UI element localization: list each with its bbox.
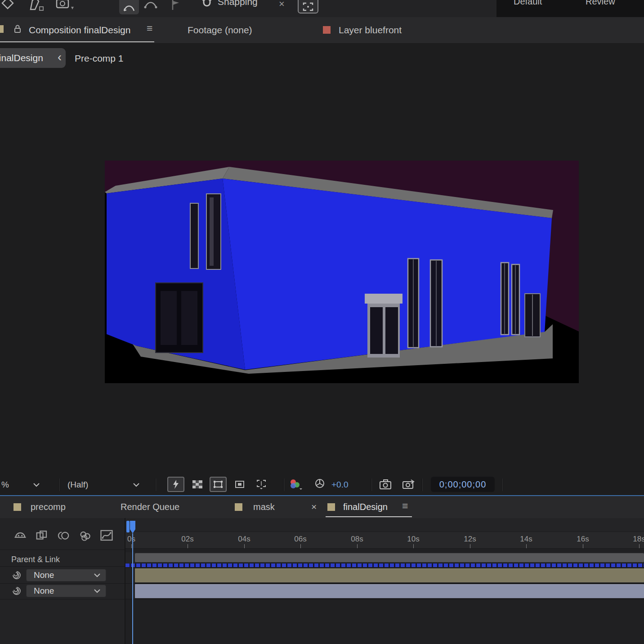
show-snapshot-button[interactable] [401,479,415,491]
breadcrumb: finalDesign ‹ Pre-comp 1 [0,43,644,71]
take-snapshot-button[interactable] [379,479,392,490]
snap-option-close-icon[interactable]: × [279,0,285,10]
layer-duration-bar-2[interactable] [135,584,644,598]
divider [501,479,502,491]
graph-editor-icon[interactable] [100,529,113,542]
ruler-tick [413,544,414,548]
pickwhip-icon[interactable] [12,570,22,580]
playhead-handle[interactable] [130,520,136,534]
ruler-tick [188,544,188,548]
tab-layer[interactable]: Layer bluefront [339,25,402,36]
workspace-default[interactable]: Default [514,0,542,7]
region-icon [235,480,245,488]
divider [0,599,125,599]
parent-value: None [34,570,54,580]
chevron-down-icon[interactable] [33,483,40,487]
frame-blending-icon[interactable] [35,529,49,542]
column-divider[interactable] [125,518,125,644]
composition-frame[interactable] [105,161,579,383]
rgb-channels-icon [289,479,304,491]
motion-blur-icon[interactable] [57,529,70,542]
timecode-value: 0;00;00;00 [439,479,487,490]
ruler-tick [526,544,527,548]
magnification-select[interactable]: % [1,480,9,490]
parent-dropdown-layer1[interactable]: None [26,569,106,581]
camera-tool-icon[interactable] [56,0,76,11]
channel-select-button[interactable] [289,479,304,491]
time-ruler[interactable]: 0s 02s 04s 06s 08s 10s 12s 14s 16s 18s [125,532,644,549]
flag-tool-icon[interactable] [170,0,182,11]
pan-tool-icon[interactable] [144,0,157,10]
tab-render-queue[interactable]: Render Queue [121,502,179,512]
divider [125,568,644,568]
transparency-grid-button[interactable] [189,477,206,492]
layer-duration-bar-1[interactable] [135,568,644,582]
window-streak [210,197,214,266]
ruler-label: 04s [238,535,250,544]
tab-footage[interactable]: Footage (none) [188,25,252,36]
parent-dropdown-layer2[interactable]: None [26,585,106,597]
ruler-label: 0s [127,535,135,544]
resolution-select[interactable]: (Half) [67,480,88,490]
chevron-down-icon [94,573,100,577]
playhead-line[interactable] [132,533,133,644]
panel-menu-icon[interactable]: ≡ [402,500,408,512]
snapping-icon[interactable] [201,0,213,11]
timeline-left-column: Parent & Link None None [0,518,125,644]
breadcrumb-parent-comp[interactable]: Pre-comp 1 [75,53,124,64]
chevron-down-icon [94,589,100,593]
close-tab-icon[interactable]: × [311,501,317,512]
workspace-bar: Default Review [496,0,644,17]
front-door-right [525,294,540,337]
current-time-field[interactable]: 0;00;00;00 [431,477,495,492]
comp-chip-icon [327,503,335,511]
snap-options-button[interactable] [298,0,318,13]
composition-canvas [105,161,579,383]
work-area-start-handle[interactable] [126,521,130,532]
tab-precomp[interactable]: precomp [31,502,66,512]
ruler-label: 16s [577,535,589,544]
work-area-strip[interactable] [125,518,644,532]
composition-viewer [0,71,644,474]
shy-icon[interactable] [13,529,27,542]
parent-link-header: Parent & Link [11,555,60,564]
orbit-tool-button[interactable] [119,0,139,14]
top-toolbar: Snapping × Default Review [0,0,644,18]
ruler-tick [639,544,640,548]
exposure-value[interactable]: +0.0 [331,480,349,490]
lock-icon[interactable] [13,24,22,34]
pickwhip-icon[interactable] [12,586,22,596]
ruler-label: 14s [520,535,532,544]
divider [0,566,125,567]
breadcrumb-current-comp[interactable]: finalDesign ‹ [0,48,66,68]
comp-chip-icon [235,503,242,511]
panel-menu-icon[interactable]: ≡ [147,22,152,35]
shape-tool-icon[interactable] [1,0,14,11]
comp-chip-icon [13,503,21,511]
mask-visibility-button[interactable] [210,477,227,492]
divider [125,599,644,599]
divider [155,479,156,491]
snapping-label[interactable]: Snapping [218,0,258,7]
chevron-down-icon[interactable] [133,483,139,487]
divider [371,479,372,491]
grid-guide-options-button[interactable] [253,477,270,492]
viewer-footer: % (Half) [0,474,644,495]
pen-tool-icon[interactable] [26,0,44,12]
timeline-panel: Parent & Link None None [0,518,644,644]
chevron-left-icon: ‹ [58,50,62,64]
grid-guides-icon [256,479,267,489]
brainstorm-icon[interactable] [78,529,92,542]
show-snapshot-icon [401,479,415,491]
region-of-interest-button[interactable] [231,477,248,492]
tab-mask[interactable]: mask [253,502,275,512]
lightning-icon [172,479,180,489]
workspace-review[interactable]: Review [586,0,615,7]
tab-composition[interactable]: Composition finalDesign [29,25,130,36]
reset-exposure-button[interactable] [314,478,326,489]
tab-finaldesign[interactable]: finalDesign [343,502,388,512]
breadcrumb-comp-label: finalDesign [0,53,43,63]
panel-edge-chip [0,25,4,33]
work-area-bar[interactable] [135,553,644,562]
fast-previews-button[interactable] [167,477,184,492]
